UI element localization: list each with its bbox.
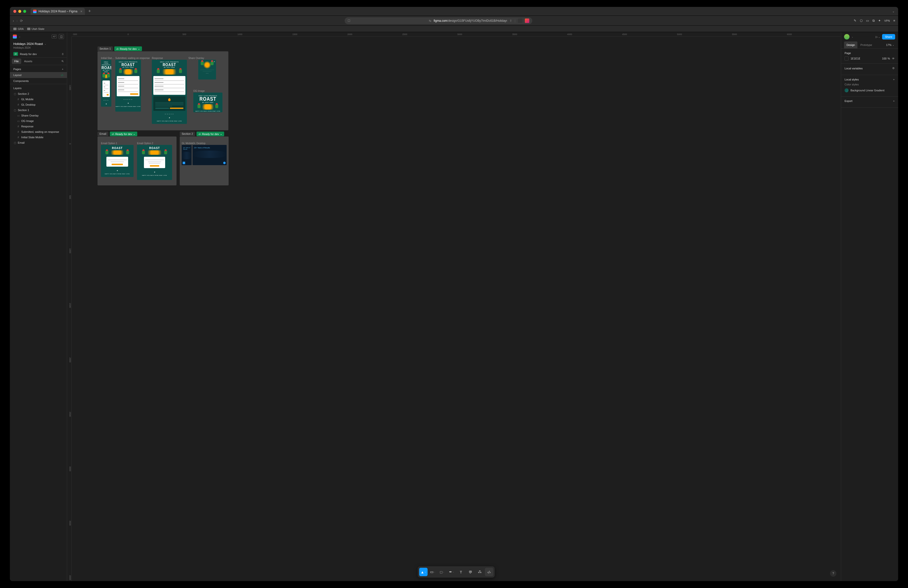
share-button[interactable]: Share bbox=[882, 34, 895, 40]
section-1-label[interactable]: Section 1 bbox=[98, 47, 113, 51]
present-button[interactable]: ▷ ⌄ bbox=[876, 35, 880, 39]
section-1-ready-badge[interactable]: ‹/› Ready for dev ⌄ bbox=[114, 47, 142, 51]
hex-value[interactable]: 1E1E1E bbox=[850, 57, 880, 60]
visibility-toggle-icon[interactable]: 👁 bbox=[892, 57, 895, 60]
file-tab[interactable]: File bbox=[12, 58, 21, 64]
address-bar[interactable]: ☐ ⇆ figma.com/design/G15FUs6jYUOBy7ImIDc… bbox=[345, 17, 532, 24]
text-tool[interactable]: T bbox=[457, 568, 465, 576]
minimize-window[interactable] bbox=[18, 10, 21, 13]
frame-label-glm[interactable]: GL Mobile bbox=[182, 142, 193, 145]
layer-email[interactable]: ▢Email bbox=[10, 140, 67, 145]
add-style-icon[interactable]: + bbox=[893, 78, 895, 81]
frame-tool[interactable]: ▭⌄ bbox=[428, 568, 437, 576]
wallet-icon[interactable]: ▭ bbox=[866, 19, 869, 23]
layer-gl-mobile[interactable]: #GL Mobile bbox=[10, 97, 67, 102]
zoom-control[interactable]: 17%⌄ bbox=[885, 42, 895, 48]
frame-label-initial[interactable]: Initial Stat… bbox=[101, 57, 114, 60]
close-tab-icon[interactable]: × bbox=[80, 10, 82, 13]
frame-label-og[interactable]: OG Image bbox=[193, 90, 204, 92]
frame-initial-mobile[interactable]: GRAY LOON PRESENTSROASTMY GIFT IDEA ▪ ▪ … bbox=[101, 60, 111, 106]
canvas[interactable]: Section 1 ‹/› Ready for dev ⌄ Initial St… bbox=[72, 37, 841, 581]
extensions-icon[interactable]: ⬡ bbox=[860, 19, 863, 23]
user-avatar[interactable] bbox=[844, 34, 850, 40]
bookmark-folder-gra[interactable]: GRA bbox=[13, 27, 24, 31]
tabs-dropdown-icon[interactable]: ⌄ bbox=[892, 10, 895, 13]
brave-icon[interactable] bbox=[525, 19, 529, 23]
share-url-icon[interactable]: ⇪ bbox=[510, 19, 512, 23]
site-settings-icon[interactable]: ⇆ bbox=[429, 19, 431, 23]
layer-response[interactable]: #Response bbox=[10, 124, 67, 129]
frame-label-gld[interactable]: GL Desktop bbox=[193, 142, 205, 145]
section-2-ready-badge[interactable]: ‹/› Ready for dev ⌄ bbox=[196, 132, 224, 136]
actions-tool[interactable]: ⁂ bbox=[475, 568, 484, 576]
a7-icon[interactable]: A7 bbox=[52, 35, 57, 39]
page-components[interactable]: Components bbox=[10, 78, 67, 84]
settings-icon[interactable]: ⚙ bbox=[892, 67, 895, 70]
panel-toggle-icon[interactable]: ◫ bbox=[59, 34, 64, 39]
reload-button[interactable]: ⟳ bbox=[20, 19, 23, 23]
hamburger-icon[interactable]: ≡ bbox=[893, 19, 895, 23]
page-layout[interactable]: Layout‹/› bbox=[10, 72, 67, 78]
prototype-tab[interactable]: Prototype bbox=[858, 42, 874, 48]
color-swatch[interactable] bbox=[845, 56, 848, 60]
comment-tool[interactable]: 💬︎ bbox=[466, 568, 475, 576]
add-export-icon[interactable]: + bbox=[893, 100, 895, 102]
project-team[interactable]: Holidays 2024 bbox=[10, 46, 67, 51]
opacity-value[interactable]: 100 bbox=[882, 57, 887, 60]
layer-initial-mobile[interactable]: #Initial State Mobile bbox=[10, 135, 67, 140]
section-email-ready-badge[interactable]: ‹/› Ready for dev ⌄ bbox=[110, 132, 137, 136]
page-background-row[interactable]: 1E1E1E 100% 👁 bbox=[845, 56, 895, 60]
design-tab[interactable]: Design bbox=[844, 42, 857, 48]
frame-gl-mobile[interactable]: 25+ Years of Results bbox=[182, 145, 192, 165]
avatar-chevron[interactable]: ⌄ bbox=[852, 35, 853, 38]
frame-label-submitted[interactable]: Submitted, waiting on response bbox=[115, 57, 150, 60]
frame-email-1[interactable]: ROAST ✦ HAPPY HOLIDAYS FROM GRAY LOON bbox=[101, 145, 134, 177]
layer-gl-desktop[interactable]: #GL Desktop bbox=[10, 102, 67, 107]
move-tool[interactable]: ▲⌄ bbox=[419, 568, 428, 576]
main-menu-chevron[interactable]: ⌄ bbox=[19, 35, 21, 38]
frame-label-share[interactable]: Share Overlay bbox=[188, 57, 204, 60]
layer-submitted[interactable]: #Submitted, waiting on response bbox=[10, 129, 67, 135]
section-email[interactable]: Email ‹/› Ready for dev ⌄ Email Option 1… bbox=[98, 137, 177, 185]
frame-response[interactable]: GRAY LOON PRESENTSROASTMY GIFT IDEA ▪ ▪ … bbox=[152, 60, 187, 124]
browser-tab[interactable]: Holidays 2024 Roast – Figma × bbox=[31, 8, 85, 15]
frame-email-2[interactable]: ROAST ✦ HAPPY HOLIDAYS FROM GRAY LOON bbox=[137, 145, 172, 180]
frame-share-overlay[interactable]: × ◦ ◦ ◦ bbox=[198, 60, 216, 79]
dev-mode-toggle[interactable]: ‹/› bbox=[485, 568, 493, 576]
frame-gl-desktop[interactable]: 25+ Years of Results bbox=[193, 145, 227, 165]
project-name[interactable]: Holidays 2024 Roast ⌄ bbox=[10, 41, 67, 46]
shields-icon[interactable] bbox=[518, 19, 522, 23]
help-button[interactable]: ? bbox=[830, 570, 836, 577]
frame-label-email2[interactable]: Email Option 2 bbox=[137, 142, 153, 145]
section-2[interactable]: Section 2 ‹/› Ready for dev ⌄ GL Mobile … bbox=[180, 137, 229, 185]
layer-section-1[interactable]: ▢Section 1 bbox=[10, 107, 67, 113]
figma-logo-icon[interactable] bbox=[13, 35, 17, 39]
leo-icon[interactable]: ✦ bbox=[878, 19, 881, 23]
frame-og-image[interactable]: GRAY LOON PRESENTSROASTMY GIFT IDEA HAPP… bbox=[193, 93, 222, 112]
layer-share-overlay[interactable]: ▭Share Overlay bbox=[10, 113, 67, 118]
assets-tab[interactable]: Assets bbox=[22, 58, 35, 64]
section-1[interactable]: Section 1 ‹/› Ready for dev ⌄ Initial St… bbox=[98, 52, 229, 130]
shape-tool[interactable]: □⌄ bbox=[438, 568, 446, 576]
close-window[interactable] bbox=[13, 10, 16, 13]
maximize-window[interactable] bbox=[23, 10, 26, 13]
style-gradient[interactable]: Background Linear Gradient bbox=[845, 87, 895, 93]
section-2-label[interactable]: Section 2 bbox=[180, 132, 195, 136]
frame-submitted[interactable]: GRAY LOON PRESENTSROASTMY GIFT IDEA ▪ ▪ … bbox=[115, 60, 141, 111]
bookmark-icon[interactable]: ☐ bbox=[348, 19, 350, 23]
layer-section-2[interactable]: ▢Section 2 bbox=[10, 91, 67, 97]
ready-for-dev-row[interactable]: ‹/› Ready for dev 8 bbox=[10, 51, 67, 57]
forward-button[interactable]: › bbox=[16, 19, 18, 23]
pen-tool[interactable]: ✒⌄ bbox=[448, 568, 456, 576]
bookmark-folder-utah[interactable]: Utah State bbox=[27, 27, 44, 31]
pip-icon[interactable]: ⧉ bbox=[873, 19, 875, 23]
add-page-icon[interactable]: + bbox=[62, 68, 63, 71]
canvas-area[interactable]: -500050010001500200025003000350040004500… bbox=[67, 32, 841, 581]
new-tab-button[interactable]: + bbox=[89, 9, 91, 14]
layer-og-image[interactable]: ▭OG Image bbox=[10, 118, 67, 124]
section-email-label[interactable]: Email bbox=[98, 132, 108, 136]
back-button[interactable]: ‹ bbox=[13, 19, 14, 23]
frame-label-response[interactable]: Response bbox=[152, 57, 163, 60]
vpn-label[interactable]: VPN bbox=[884, 19, 890, 22]
frame-label-email1[interactable]: Email Option 1 bbox=[101, 142, 117, 145]
